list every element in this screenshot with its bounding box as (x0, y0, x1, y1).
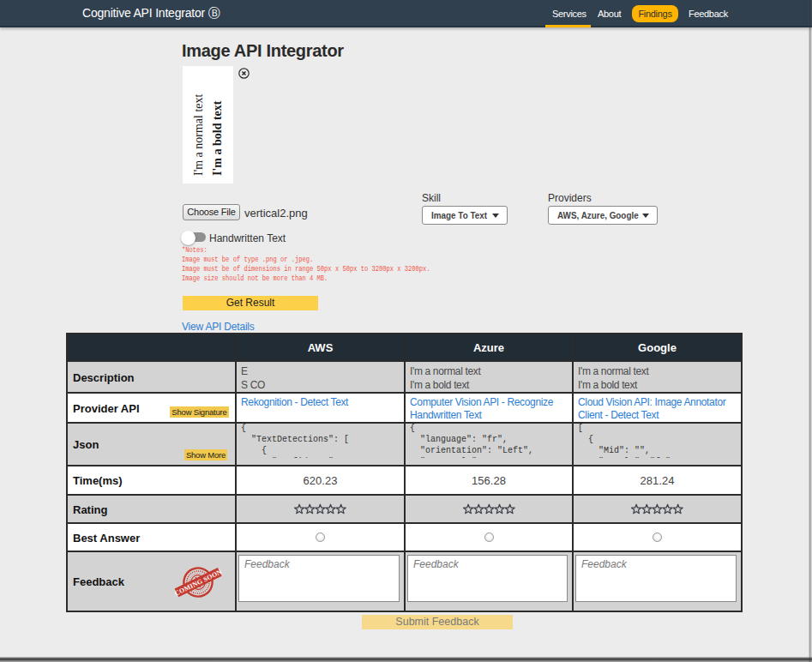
svg-text:COMING SOON: COMING SOON (174, 568, 222, 597)
